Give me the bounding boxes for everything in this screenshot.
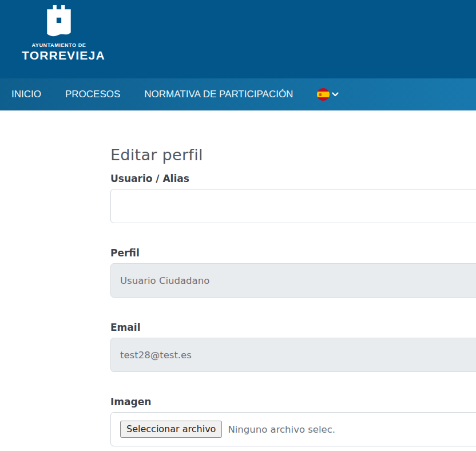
language-selector[interactable] xyxy=(317,88,339,101)
main-nav: INICIO PROCESOS NORMATIVA DE PARTICIPACI… xyxy=(0,78,476,110)
logo-org-text: AYUNTAMIENTO DE xyxy=(22,42,96,48)
file-status-text: Ninguno archivo selec. xyxy=(228,424,335,435)
chevron-down-icon xyxy=(331,92,339,97)
page-title: Editar perfil xyxy=(110,146,476,164)
imagen-label: Imagen xyxy=(110,396,476,408)
logo-city-text: TORREVIEJA xyxy=(22,49,96,62)
site-header: AYUNTAMIENTO DE TORREVIEJA xyxy=(0,0,476,78)
castle-logo-icon xyxy=(45,5,73,38)
usuario-alias-input[interactable] xyxy=(110,189,476,223)
edit-profile-form: Usuario / Alias Perfil Email Imagen Sele… xyxy=(110,173,476,446)
select-file-button[interactable]: Seleccionar archivo xyxy=(120,421,222,438)
nav-item-normativa-de-participacion[interactable]: NORMATIVA DE PARTICIPACIÓN xyxy=(144,89,293,100)
form-group-usuario-alias: Usuario / Alias xyxy=(110,173,476,223)
perfil-input xyxy=(110,263,476,298)
imagen-file-input[interactable]: Seleccionar archivo Ninguno archivo sele… xyxy=(110,412,476,446)
nav-item-inicio[interactable]: INICIO xyxy=(11,89,41,100)
email-input xyxy=(110,338,476,372)
nav-item-procesos[interactable]: PROCESOS xyxy=(65,89,120,100)
perfil-label: Perfil xyxy=(110,247,476,259)
usuario-alias-label: Usuario / Alias xyxy=(110,173,476,184)
torrevieja-logo[interactable]: AYUNTAMIENTO DE TORREVIEJA xyxy=(22,5,96,62)
form-group-email: Email xyxy=(110,322,476,372)
form-group-imagen: Imagen Seleccionar archivo Ninguno archi… xyxy=(110,396,476,446)
content-area: Editar perfil Usuario / Alias Perfil Ema… xyxy=(0,110,476,446)
spain-flag-icon xyxy=(317,88,330,101)
form-group-perfil: Perfil xyxy=(110,247,476,298)
email-label: Email xyxy=(110,322,476,333)
